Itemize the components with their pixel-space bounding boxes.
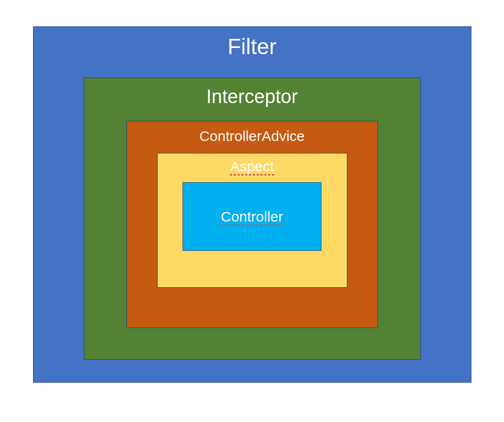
interceptor-layer: Interceptor ControllerAdvice Aspect Cont… <box>84 78 421 360</box>
aspect-label: Aspect <box>230 158 274 175</box>
controller-label: Controller <box>221 209 283 225</box>
aspect-layer: Aspect Controller <box>157 153 347 288</box>
controller-advice-layer: ControllerAdvice Aspect Controller <box>126 121 378 328</box>
interceptor-label: Interceptor <box>206 86 298 107</box>
controller-layer: Controller <box>183 182 321 251</box>
filter-label: Filter <box>228 34 276 59</box>
filter-layer: Filter Interceptor ControllerAdvice Aspe… <box>33 26 471 383</box>
controller-advice-label: ControllerAdvice <box>199 128 305 144</box>
